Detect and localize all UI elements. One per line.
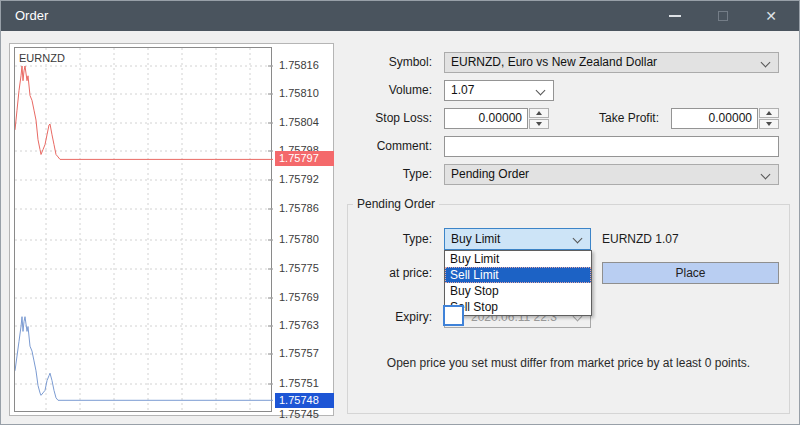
pending-order-group-title: Pending Order <box>353 197 439 211</box>
axis-label: 1.75769 <box>279 290 335 304</box>
stop-loss-label: Stop Loss: <box>375 108 432 129</box>
expiry-label: Expiry: <box>395 306 432 328</box>
close-icon: ✕ <box>765 1 777 31</box>
spin-down-button[interactable] <box>529 119 549 129</box>
chart-panel: EURNZD 1.75816 1.75810 1.75804 1.75798 1… <box>9 43 334 416</box>
minimize-button[interactable] <box>651 1 699 31</box>
volume-combobox[interactable]: 1.07 <box>444 80 554 101</box>
stop-loss-input[interactable]: 0.00000 <box>444 108 528 129</box>
window-controls: ✕ <box>651 1 795 31</box>
axis-label: 1.75751 <box>279 376 335 390</box>
dropdown-item[interactable]: Buy Limit <box>445 251 591 267</box>
chevron-down-icon <box>573 234 583 244</box>
order-type-label: Type: <box>403 164 432 185</box>
comment-label: Comment: <box>377 136 432 157</box>
bid-price-badge: 1.75748 <box>275 393 334 408</box>
arrow-up-icon <box>536 111 542 115</box>
pending-type-dropdown-list: Buy LimitSell LimitBuy StopSell Stop <box>444 250 592 316</box>
ask-price-badge: 1.75797 <box>275 151 334 166</box>
chevron-down-icon <box>536 86 546 96</box>
axis-label: 1.75745 <box>279 407 335 421</box>
symbol-value: EURNZD, Euro vs New Zealand Dollar <box>451 55 657 69</box>
price-chart: EURNZD <box>14 47 272 412</box>
axis-label: 1.75780 <box>279 232 335 246</box>
maximize-button[interactable] <box>699 1 747 31</box>
dropdown-item[interactable]: Sell Stop <box>445 299 591 315</box>
spin-up-button[interactable] <box>759 108 779 118</box>
axis-label: 1.75816 <box>279 58 335 72</box>
pending-type-combobox[interactable]: Buy Limit <box>444 228 591 250</box>
comment-input[interactable] <box>444 136 779 157</box>
order-type-value: Pending Order <box>451 167 529 181</box>
volume-value: 1.07 <box>451 83 474 97</box>
take-profit-spinner <box>759 108 779 129</box>
chevron-down-icon <box>761 170 771 180</box>
expiry-checkbox[interactable] <box>443 305 464 326</box>
chart-canvas <box>15 48 273 413</box>
close-button[interactable]: ✕ <box>747 1 795 31</box>
minimize-icon <box>669 15 681 17</box>
pending-type-value: Buy Limit <box>451 232 500 246</box>
pending-type-label: Type: <box>403 229 432 250</box>
axis-label: 1.75763 <box>279 318 335 332</box>
window-title: Order <box>15 1 48 31</box>
axis-label: 1.75775 <box>279 261 335 275</box>
axis-label: 1.75810 <box>279 86 335 100</box>
order-summary: EURNZD 1.07 <box>602 228 679 250</box>
place-button[interactable]: Place <box>602 262 779 284</box>
stop-loss-spinner <box>529 108 549 129</box>
spin-down-button[interactable] <box>759 119 779 129</box>
dropdown-item[interactable]: Buy Stop <box>445 283 591 299</box>
hint-text: Open price you set must differ from mark… <box>347 356 790 370</box>
axis-label: 1.75804 <box>279 115 335 129</box>
order-type-select[interactable]: Pending Order <box>444 164 779 185</box>
bid-line <box>15 317 273 401</box>
order-dialog: Order ✕ EURNZD 1.75816 1.75810 1.75804 1… <box>0 0 800 425</box>
dropdown-item[interactable]: Sell Limit <box>445 267 591 283</box>
at-price-label: at price: <box>389 262 432 284</box>
chevron-down-icon <box>761 58 771 68</box>
axis-label: 1.75786 <box>279 201 335 215</box>
arrow-up-icon <box>766 111 772 115</box>
spin-up-button[interactable] <box>529 108 549 118</box>
arrow-down-icon <box>766 122 772 126</box>
take-profit-label: Take Profit: <box>599 108 659 129</box>
symbol-label: Symbol: <box>389 52 432 73</box>
ask-line <box>15 66 273 159</box>
symbol-select[interactable]: EURNZD, Euro vs New Zealand Dollar <box>444 52 779 73</box>
take-profit-input[interactable]: 0.00000 <box>671 108 758 129</box>
chart-symbol-label: EURNZD <box>19 52 67 64</box>
maximize-icon <box>718 11 728 21</box>
arrow-down-icon <box>536 122 542 126</box>
axis-label: 1.75757 <box>279 346 335 360</box>
titlebar: Order ✕ <box>1 1 799 31</box>
axis-label: 1.75792 <box>279 172 335 186</box>
volume-label: Volume: <box>389 80 432 101</box>
